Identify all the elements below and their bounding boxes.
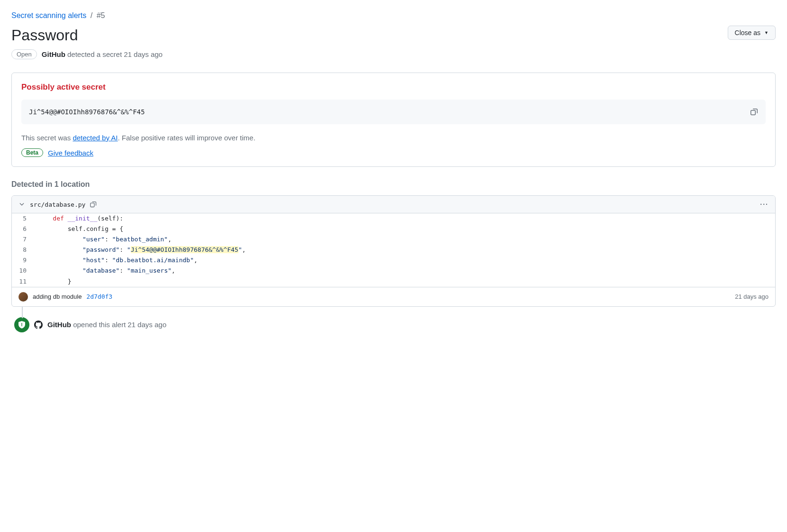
code-line: 6 self.config = { bbox=[12, 224, 775, 234]
code-footer: adding db module 2d7d0f3 21 days ago bbox=[12, 287, 775, 306]
chevron-down-icon[interactable] bbox=[18, 201, 25, 208]
shield-icon bbox=[14, 317, 29, 332]
breadcrumb-separator: / bbox=[91, 11, 92, 19]
subhead-rest: detected a secret 21 days ago bbox=[67, 50, 163, 58]
timeline-actor[interactable]: GitHub bbox=[47, 321, 71, 329]
timeline-item: GitHub opened this alert 21 days ago bbox=[14, 317, 776, 332]
detected-heading: Detected in 1 location bbox=[11, 180, 776, 189]
code-line: 11 } bbox=[12, 276, 775, 287]
code-body: 5 def __init__(self): 6 self.config = { … bbox=[12, 213, 775, 287]
code-line: 8 "password": "Ji^54@@#OIOIhh8976876&^&%… bbox=[12, 245, 775, 255]
line-number: 10 bbox=[12, 266, 33, 276]
copy-icon[interactable] bbox=[750, 108, 758, 116]
code-line: 5 def __init__(self): bbox=[12, 213, 775, 224]
timeline-rest: opened this alert 21 days ago bbox=[73, 321, 166, 329]
code-line: 10 "database": "main_users", bbox=[12, 266, 775, 276]
ai-detection-note: This secret was detected by AI. False po… bbox=[21, 134, 766, 142]
code-line: 9 "host": "db.beatbot.ai/maindb", bbox=[12, 255, 775, 266]
secret-panel: Possibly active secret Ji^54@@#OIOIhh897… bbox=[11, 73, 776, 167]
caret-down-icon: ▼ bbox=[764, 30, 769, 35]
timeline: GitHub opened this alert 21 days ago bbox=[11, 317, 776, 332]
line-number: 8 bbox=[12, 245, 33, 255]
line-number: 9 bbox=[12, 255, 33, 266]
page-title: Password bbox=[11, 26, 78, 45]
line-number: 5 bbox=[12, 213, 33, 224]
breadcrumb-current: #5 bbox=[97, 11, 105, 19]
file-path[interactable]: src/database.py bbox=[30, 201, 85, 208]
highlighted-secret: Ji^54@@#OIOIhh8976876&^&%^F45 bbox=[131, 246, 238, 253]
header-row: Password Close as ▼ bbox=[11, 26, 776, 45]
line-number: 11 bbox=[12, 276, 33, 287]
commit-sha-link[interactable]: 2d7d0f3 bbox=[86, 293, 112, 300]
beta-badge: Beta bbox=[21, 148, 43, 157]
commit-ago: 21 days ago bbox=[735, 293, 769, 300]
breadcrumb-parent-link[interactable]: Secret scanning alerts bbox=[11, 11, 86, 19]
secret-value-box: Ji^54@@#OIOIhh8976876&^&%^F45 bbox=[21, 100, 766, 124]
copy-path-icon[interactable] bbox=[90, 201, 97, 208]
line-number: 6 bbox=[12, 224, 33, 234]
note-pre: This secret was bbox=[21, 134, 73, 142]
code-panel: src/database.py ··· 5 def __init__(self)… bbox=[11, 195, 776, 307]
subheader: Open GitHub detected a secret 21 days ag… bbox=[11, 49, 776, 59]
detected-by-ai-link[interactable]: detected by AI bbox=[73, 134, 118, 142]
state-badge: Open bbox=[11, 49, 37, 59]
github-logo-icon bbox=[34, 321, 43, 329]
avatar[interactable] bbox=[18, 292, 28, 302]
kebab-menu-icon[interactable]: ··· bbox=[760, 201, 769, 208]
close-as-button[interactable]: Close as ▼ bbox=[728, 26, 776, 40]
close-as-label: Close as bbox=[735, 29, 760, 37]
line-number: 7 bbox=[12, 234, 33, 245]
give-feedback-link[interactable]: Give feedback bbox=[48, 149, 93, 157]
subhead-actor: GitHub bbox=[42, 50, 65, 58]
note-post: . False positive rates will improve over… bbox=[118, 134, 255, 142]
feedback-row: Beta Give feedback bbox=[21, 148, 766, 157]
breadcrumb: Secret scanning alerts / #5 bbox=[11, 11, 776, 20]
code-header: src/database.py ··· bbox=[12, 196, 775, 213]
panel-title: Possibly active secret bbox=[21, 83, 766, 92]
code-line: 7 "user": "beatbot_admin", bbox=[12, 234, 775, 245]
commit-message: adding db module bbox=[33, 293, 82, 300]
secret-value: Ji^54@@#OIOIhh8976876&^&%^F45 bbox=[29, 108, 145, 116]
